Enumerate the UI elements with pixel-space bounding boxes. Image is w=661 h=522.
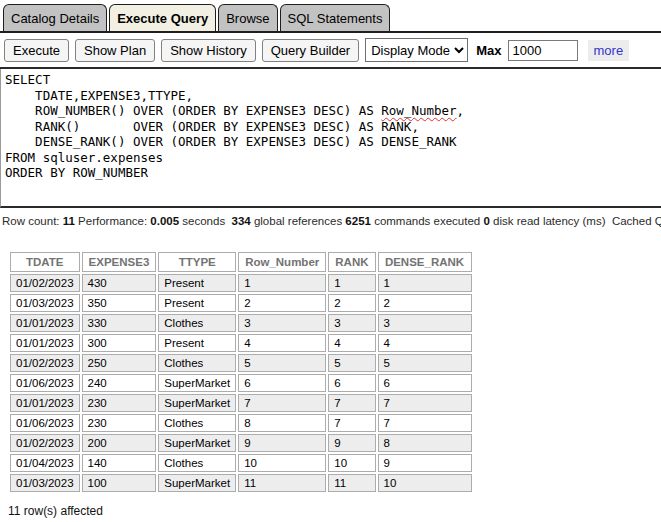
column-header-dense_rank: DENSE_RANK [378, 252, 472, 272]
table-cell: 8 [238, 414, 326, 432]
stat-label: seconds [179, 215, 231, 227]
display-mode-select[interactable]: Display Mode [365, 38, 468, 62]
sql-line: SELECT [5, 72, 661, 88]
table-cell: Clothes [158, 314, 236, 332]
table-cell: 01/04/2023 [10, 454, 80, 472]
max-rows-input[interactable] [508, 40, 578, 61]
table-cell: Clothes [158, 454, 236, 472]
table-cell: 01/01/2023 [10, 314, 80, 332]
table-row: 01/01/2023330Clothes333 [10, 314, 472, 332]
max-rows-label: Max [476, 43, 501, 58]
misspelled-word: Row_Number [381, 103, 456, 118]
stat-value: 0.005 [150, 215, 179, 227]
table-cell: 11 [238, 474, 326, 492]
table-cell: 7 [378, 394, 472, 412]
column-header-rank: RANK [328, 252, 375, 272]
query-toolbar: ExecuteShow PlanShow HistoryQuery Builde… [0, 33, 661, 69]
execute-button[interactable]: Execute [4, 39, 69, 62]
sql-line: TDATE,EXPENSE3,TTYPE, [5, 88, 661, 104]
table-row: 01/06/2023230Clothes877 [10, 414, 472, 432]
table-cell: 01/02/2023 [10, 354, 80, 372]
table-cell: SuperMarket [158, 374, 236, 392]
table-cell: 3 [328, 314, 375, 332]
sql-line: DENSE_RANK() OVER (ORDER BY EXPENSE3 DES… [5, 134, 661, 150]
table-cell: SuperMarket [158, 434, 236, 452]
stat-label: Row count: [2, 215, 63, 227]
sql-line: ORDER BY ROW_NUMBER [5, 165, 661, 181]
query-stats-line: Row count: 11 Performance: 0.005 seconds… [2, 215, 661, 227]
tab-sql-statements[interactable]: SQL Statements [280, 4, 391, 31]
column-header-tdate: TDATE [10, 252, 80, 272]
table-cell: 9 [378, 454, 472, 472]
table-cell: 10 [378, 474, 472, 492]
table-row: 01/06/2023240SuperMarket666 [10, 374, 472, 392]
sql-query-editor[interactable]: SELECT TDATE,EXPENSE3,TTYPE, ROW_NUMBER(… [0, 69, 661, 208]
table-cell: 6 [328, 374, 375, 392]
table-cell: 7 [328, 414, 375, 432]
table-cell: 200 [82, 434, 157, 452]
table-row: 01/04/2023140Clothes10109 [10, 454, 472, 472]
table-cell: 9 [238, 434, 326, 452]
table-cell: 140 [82, 454, 157, 472]
table-cell: 4 [328, 334, 375, 352]
table-cell: 4 [238, 334, 326, 352]
table-cell: Present [158, 334, 236, 352]
table-cell: 2 [328, 294, 375, 312]
table-cell: 4 [378, 334, 472, 352]
more-link[interactable]: more [588, 40, 630, 61]
stat-value: 11 [63, 215, 75, 227]
sql-line: FROM sqluser.expenses [5, 150, 661, 166]
toolbar-button-group: ExecuteShow PlanShow HistoryQuery Builde… [4, 39, 359, 62]
table-cell: 330 [82, 314, 157, 332]
table-cell: Present [158, 274, 236, 292]
table-cell: 250 [82, 354, 157, 372]
result-table: TDATEEXPENSE3TTYPERow_NumberRANKDENSE_RA… [8, 250, 474, 494]
tab-execute-query[interactable]: Execute Query [109, 4, 216, 31]
stat-value: 6251 [345, 215, 371, 227]
table-cell: 5 [238, 354, 326, 372]
query-builder-button[interactable]: Query Builder [262, 39, 359, 62]
table-row: 01/02/2023430Present111 [10, 274, 472, 292]
table-cell: 01/02/2023 [10, 274, 80, 292]
table-row: 01/03/2023350Present222 [10, 294, 472, 312]
table-cell: 7 [378, 414, 472, 432]
rows-affected-message: 11 row(s) affected [8, 504, 661, 518]
table-cell: 6 [378, 374, 472, 392]
table-cell: 3 [238, 314, 326, 332]
table-cell: 1 [378, 274, 472, 292]
table-cell: 8 [378, 434, 472, 452]
table-cell: 01/02/2023 [10, 434, 80, 452]
table-cell: 11 [328, 474, 375, 492]
table-cell: SuperMarket [158, 474, 236, 492]
table-cell: 5 [328, 354, 375, 372]
sql-line: ROW_NUMBER() OVER (ORDER BY EXPENSE3 DES… [5, 103, 661, 119]
show-plan-button[interactable]: Show Plan [75, 39, 155, 62]
table-cell: 1 [328, 274, 375, 292]
table-row: 01/02/2023250Clothes555 [10, 354, 472, 372]
table-row: 01/01/2023300Present444 [10, 334, 472, 352]
tab-browse[interactable]: Browse [218, 4, 277, 31]
tab-bar: Catalog DetailsExecute QueryBrowseSQL St… [0, 0, 661, 33]
table-cell: 01/03/2023 [10, 474, 80, 492]
column-header-row_number: Row_Number [238, 252, 326, 272]
table-cell: 2 [378, 294, 472, 312]
table-cell: 7 [328, 394, 375, 412]
show-history-button[interactable]: Show History [161, 39, 256, 62]
tab-catalog-details[interactable]: Catalog Details [3, 4, 107, 31]
table-cell: 10 [328, 454, 375, 472]
table-row: 01/02/2023200SuperMarket998 [10, 434, 472, 452]
table-cell: 230 [82, 394, 157, 412]
table-cell: 350 [82, 294, 157, 312]
table-cell: 01/06/2023 [10, 374, 80, 392]
stat-label: disk read latency (ms) Cached Query: [490, 215, 661, 227]
table-cell: 230 [82, 414, 157, 432]
table-cell: 430 [82, 274, 157, 292]
result-table-body: 01/02/2023430Present11101/03/2023350Pres… [10, 274, 472, 492]
table-cell: Clothes [158, 354, 236, 372]
table-cell: 7 [238, 394, 326, 412]
column-header-expense3: EXPENSE3 [82, 252, 157, 272]
table-cell: 01/01/2023 [10, 334, 80, 352]
stat-label: commands executed [371, 215, 484, 227]
table-cell: Present [158, 294, 236, 312]
table-cell: 3 [378, 314, 472, 332]
